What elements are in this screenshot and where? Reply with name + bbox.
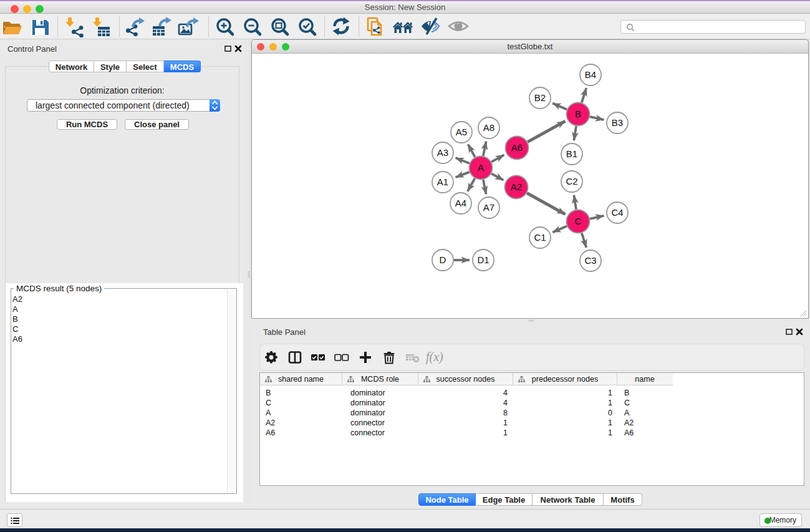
svg-text:C3: C3: [584, 255, 596, 266]
svg-text:D: D: [440, 254, 446, 265]
svg-text:A8: A8: [483, 122, 494, 133]
svg-text:C2: C2: [566, 176, 577, 186]
svg-text:A6: A6: [511, 142, 523, 153]
svg-text:A5: A5: [456, 127, 467, 137]
svg-text:B3: B3: [612, 117, 623, 128]
svg-text:A1: A1: [437, 177, 448, 187]
svg-text:A3: A3: [437, 147, 448, 158]
svg-text:A4: A4: [455, 198, 466, 208]
svg-text:A: A: [478, 162, 484, 173]
svg-text:A2: A2: [511, 181, 522, 192]
svg-text:B2: B2: [534, 92, 546, 103]
svg-text:B: B: [575, 109, 581, 119]
svg-text:C1: C1: [534, 232, 546, 243]
svg-text:C4: C4: [611, 207, 623, 218]
svg-text:B1: B1: [566, 148, 577, 159]
svg-text:A7: A7: [483, 202, 494, 213]
svg-text:D1: D1: [477, 254, 489, 265]
svg-text:C: C: [575, 216, 582, 226]
svg-text:B4: B4: [585, 69, 596, 80]
